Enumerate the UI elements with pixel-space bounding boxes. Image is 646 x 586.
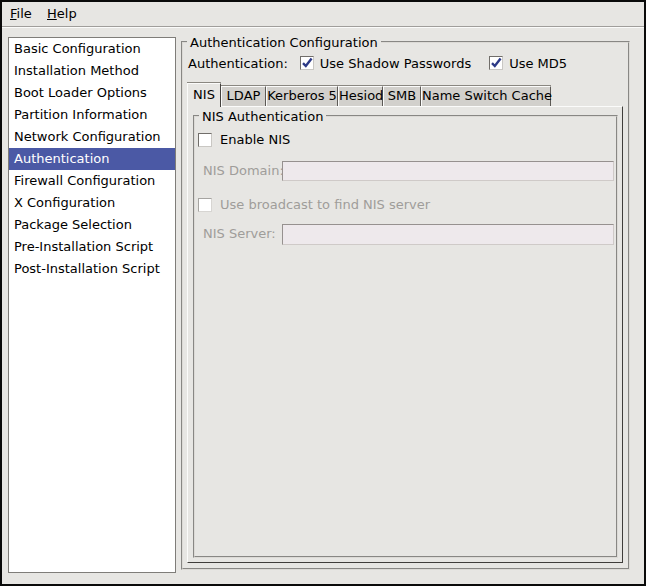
tab-kerberos-5[interactable]: Kerberos 5 — [266, 86, 338, 106]
auth-tab-strip: NIS LDAP Kerberos 5 Hesiod SMB Name Swit… — [187, 83, 551, 106]
sidebar-item-basic-configuration[interactable]: Basic Configuration — [9, 38, 175, 60]
tab-hesiod[interactable]: Hesiod — [338, 86, 383, 106]
tab-smb[interactable]: SMB — [383, 86, 421, 106]
use-broadcast-label: Use broadcast to find NIS server — [220, 197, 430, 212]
menu-help[interactable]: Help — [41, 2, 83, 26]
enable-nis-label: Enable NIS — [220, 132, 290, 147]
use-shadow-passwords-label: Use Shadow Passwords — [320, 56, 471, 71]
nis-domain-label: NIS Domain: — [203, 163, 284, 178]
menubar-separator — [2, 26, 644, 28]
authentication-label: Authentication: — [188, 56, 288, 71]
nis-server-input — [282, 224, 614, 245]
nis-domain-input — [282, 161, 614, 181]
sidebar-item-partition-information[interactable]: Partition Information — [9, 104, 175, 126]
sidebar-item-post-installation-script[interactable]: Post-Installation Script — [9, 258, 175, 280]
authentication-options-row: Authentication: Use Shadow Passwords Use… — [188, 54, 567, 72]
nis-tab-page: NIS Authentication Enable NIS NIS Domain… — [187, 106, 623, 563]
sidebar-item-firewall-configuration[interactable]: Firewall Configuration — [9, 170, 175, 192]
enable-nis-checkbox[interactable] — [198, 133, 212, 147]
sidebar-item-package-selection[interactable]: Package Selection — [9, 214, 175, 236]
sidebar-item-authentication[interactable]: Authentication — [9, 148, 175, 170]
checkmark-icon — [301, 57, 313, 69]
sidebar-item-x-configuration[interactable]: X Configuration — [9, 192, 175, 214]
authentication-configuration-frame: Authentication Configuration Authenticat… — [181, 41, 630, 570]
nis-server-label: NIS Server: — [203, 226, 276, 241]
tab-name-switch-cache[interactable]: Name Switch Cache — [421, 86, 551, 106]
sidebar-item-boot-loader-options[interactable]: Boot Loader Options — [9, 82, 175, 104]
sidebar-item-pre-installation-script[interactable]: Pre-Installation Script — [9, 236, 175, 258]
tab-ldap[interactable]: LDAP — [221, 86, 266, 106]
tab-nis[interactable]: NIS — [187, 83, 221, 107]
sidebar-item-network-configuration[interactable]: Network Configuration — [9, 126, 175, 148]
frame-title: NIS Authentication — [199, 109, 326, 124]
use-md5-checkbox[interactable] — [489, 56, 503, 70]
menu-file[interactable]: File — [4, 2, 38, 26]
menubar: File Help — [2, 2, 644, 26]
category-list: Basic Configuration Installation Method … — [8, 37, 176, 573]
kickstart-configurator-window: File Help Basic Configuration Installati… — [0, 0, 646, 586]
use-md5-label: Use MD5 — [509, 56, 567, 71]
nis-authentication-frame: NIS Authentication Enable NIS NIS Domain… — [193, 115, 618, 558]
frame-title: Authentication Configuration — [187, 35, 381, 50]
use-broadcast-checkbox — [198, 198, 212, 212]
checkmark-icon — [490, 57, 502, 69]
use-shadow-passwords-checkbox[interactable] — [300, 56, 314, 70]
sidebar-item-installation-method[interactable]: Installation Method — [9, 60, 175, 82]
